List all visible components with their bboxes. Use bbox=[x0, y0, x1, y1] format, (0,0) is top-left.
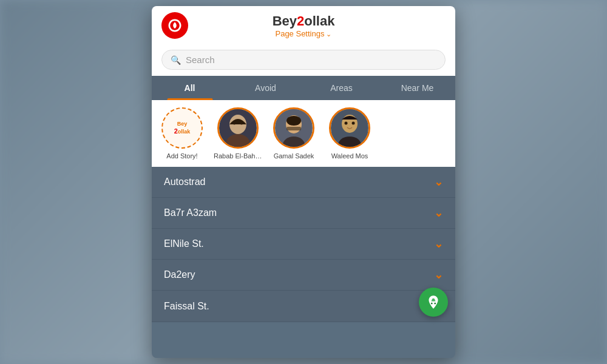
svg-point-19 bbox=[434, 303, 436, 305]
list-item-elnile[interactable]: ElNile St. ⌄ bbox=[152, 229, 455, 260]
svg-point-18 bbox=[431, 303, 433, 305]
chevron-icon: ⌄ bbox=[434, 206, 443, 220]
app-header: Bey2ollak Page Settings bbox=[152, 6, 455, 45]
svg-rect-8 bbox=[287, 127, 301, 130]
list-section: Autostrad ⌄ Ba7r A3zam ⌄ ElNile St. ⌄ Da… bbox=[152, 167, 455, 322]
avatar-image-gamal bbox=[275, 109, 313, 147]
location-car-icon bbox=[426, 294, 441, 310]
app-name-ollak: ollak bbox=[304, 13, 334, 29]
avatar-image-rabab bbox=[219, 109, 257, 147]
story-avatar-gamal bbox=[273, 107, 314, 149]
chevron-icon: ⌄ bbox=[434, 268, 443, 281]
vodafone-logo bbox=[161, 12, 188, 39]
story-name-rabab: Rabab El-Bahnihy bbox=[214, 152, 262, 160]
list-item-label: Ba7r A3zam bbox=[164, 207, 217, 218]
search-bar-container: 🔍 Search bbox=[152, 45, 455, 76]
avatar-image-waleed bbox=[331, 109, 368, 147]
story-waleed[interactable]: Waleed Mos bbox=[325, 107, 374, 160]
story-add[interactable]: Bey2ollak Add Story! bbox=[158, 107, 206, 160]
add-story-logo: Bey2ollak bbox=[174, 121, 191, 135]
list-item-faissal[interactable]: Faissal St. bbox=[152, 291, 455, 322]
add-story-avatar: Bey2ollak bbox=[161, 107, 203, 149]
svg-point-16 bbox=[352, 122, 355, 125]
list-item-label: Faissal St. bbox=[164, 301, 209, 312]
search-input[interactable]: Search bbox=[186, 55, 215, 65]
app-name-two: 2 bbox=[297, 13, 304, 29]
location-fab-button[interactable] bbox=[419, 288, 448, 317]
list-item-ba7r[interactable]: Ba7r A3zam ⌄ bbox=[152, 198, 455, 229]
phone-container: Bey2ollak Page Settings 🔍 Search All Avo… bbox=[152, 6, 455, 358]
story-name-waleed: Waleed Mos bbox=[331, 152, 368, 160]
app-name: Bey2ollak bbox=[273, 15, 335, 28]
chevron-icon: ⌄ bbox=[434, 175, 443, 189]
list-item-da2ery[interactable]: Da2ery ⌄ bbox=[152, 260, 455, 291]
tabs-row: All Avoid Areas Near Me bbox=[152, 76, 455, 100]
list-item-label: Autostrad bbox=[164, 177, 205, 187]
svg-point-15 bbox=[345, 122, 348, 125]
stories-row: Bey2ollak Add Story! Rab bbox=[152, 100, 455, 167]
story-avatar-rabab bbox=[217, 107, 259, 149]
tab-near-me[interactable]: Near Me bbox=[379, 76, 455, 100]
search-bar[interactable]: 🔍 Search bbox=[161, 50, 446, 70]
story-gamal[interactable]: Gamal Sadek bbox=[270, 107, 318, 160]
svg-point-11 bbox=[287, 116, 301, 126]
tab-all[interactable]: All bbox=[152, 76, 228, 100]
tab-avoid[interactable]: Avoid bbox=[228, 76, 304, 100]
tab-areas[interactable]: Areas bbox=[304, 76, 379, 100]
story-rabab[interactable]: Rabab El-Bahnihy bbox=[214, 107, 262, 160]
search-icon: 🔍 bbox=[171, 55, 181, 65]
list-item-label: ElNile St. bbox=[164, 238, 204, 249]
story-name-gamal: Gamal Sadek bbox=[274, 152, 314, 160]
header-title: Bey2ollak Page Settings bbox=[273, 15, 335, 38]
svg-point-3 bbox=[233, 122, 236, 125]
page-settings-button[interactable]: Page Settings bbox=[273, 29, 335, 38]
story-name-add: Add Story! bbox=[166, 152, 197, 160]
svg-point-4 bbox=[240, 122, 243, 125]
story-avatar-waleed bbox=[329, 107, 370, 149]
chevron-icon: ⌄ bbox=[434, 237, 443, 251]
list-item-autostrad[interactable]: Autostrad ⌄ bbox=[152, 167, 455, 198]
app-name-bey: Bey bbox=[273, 13, 297, 29]
list-item-label: Da2ery bbox=[164, 269, 195, 280]
